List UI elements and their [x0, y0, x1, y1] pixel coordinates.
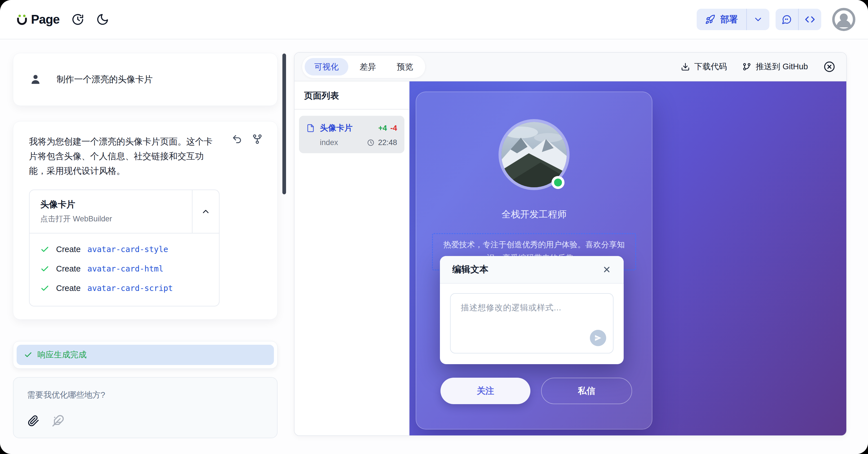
workspace-header: 可视化 差异 预览 下载代码 推送到 GitHub	[294, 53, 846, 82]
tab-diff[interactable]: 差异	[350, 58, 385, 75]
chat-bubble-icon	[782, 14, 792, 25]
check-icon	[40, 245, 49, 254]
task-file-link[interactable]: avatar-card-style	[87, 245, 168, 254]
profile-avatar[interactable]	[499, 119, 569, 190]
online-status-dot	[552, 176, 564, 189]
code-view-button[interactable]	[799, 9, 821, 30]
chat-panel: 制作一个漂亮的头像卡片 我将为您创建一个漂亮的头像卡片页面。这个卡片将包含头像、…	[0, 40, 294, 454]
deploy-label: 部署	[720, 13, 738, 25]
history-icon[interactable]	[71, 13, 84, 26]
deploy-dropdown-button[interactable]	[747, 9, 769, 30]
check-icon	[40, 284, 49, 293]
page-title: 头像卡片	[320, 123, 352, 134]
code-icon	[805, 14, 815, 25]
account-avatar[interactable]	[832, 8, 856, 31]
diff-removed: -4	[390, 124, 397, 132]
task-file-link[interactable]: avatar-card-script	[87, 284, 173, 293]
utility-button-group	[776, 9, 821, 30]
task-row: Create avatar-card-html	[40, 264, 208, 273]
tab-preview[interactable]: 预览	[387, 58, 423, 75]
task-row: Create avatar-card-script	[40, 284, 208, 293]
task-action: Create	[56, 284, 81, 293]
push-github-button[interactable]: 推送到 GitHub	[742, 61, 808, 72]
user-message-text: 制作一个漂亮的头像卡片	[57, 73, 153, 85]
collapse-button[interactable]	[192, 190, 219, 233]
logo-smiley-icon	[14, 12, 29, 27]
edit-instruction-input[interactable]	[450, 293, 614, 353]
close-circle-icon	[823, 61, 836, 73]
avatar-person-icon	[832, 8, 856, 31]
deploy-button[interactable]: 部署	[696, 9, 746, 30]
deploy-button-group: 部署	[696, 9, 769, 30]
check-icon	[40, 264, 49, 273]
follow-button[interactable]: 关注	[440, 378, 530, 404]
chevron-up-icon	[201, 207, 211, 216]
task-file-link[interactable]: avatar-card-html	[87, 264, 163, 273]
undo-icon[interactable]	[231, 134, 242, 144]
direct-message-button[interactable]: 私信	[541, 378, 632, 404]
push-github-label: 推送到 GitHub	[756, 61, 808, 72]
assistant-message-card: 我将为您创建一个漂亮的头像卡片页面。这个卡片将包含头像、个人信息、社交链接和交互…	[13, 121, 278, 320]
webbuilder-card: 头像卡片 点击打开 WebBuilder Create avatar-card-…	[29, 190, 220, 306]
enhance-feather-icon[interactable]	[52, 415, 64, 427]
edit-text-modal: 编辑文本	[440, 256, 624, 364]
user-message-card: 制作一个漂亮的头像卡片	[13, 53, 278, 106]
dark-mode-moon-icon[interactable]	[96, 13, 109, 26]
attach-paperclip-icon[interactable]	[28, 415, 39, 427]
view-tabs: 可视化 差异 预览	[302, 55, 426, 78]
webbuilder-card-open[interactable]: 头像卡片 点击打开 WebBuilder	[30, 190, 192, 233]
page-timestamp: 22:48	[378, 138, 397, 147]
tab-visualize[interactable]: 可视化	[305, 58, 348, 75]
download-code-label: 下载代码	[694, 61, 727, 72]
visual-preview-canvas[interactable]: 全栈开发工程师 热爱技术，专注于创造优秀的用户体验。喜欢分享知识，享受编码带来的…	[409, 82, 846, 435]
git-branch-icon	[742, 62, 751, 71]
avatar-profile-card: 全栈开发工程师 热爱技术，专注于创造优秀的用户体验。喜欢分享知识，享受编码带来的…	[416, 92, 652, 429]
chat-composer	[13, 377, 278, 438]
file-icon	[306, 123, 315, 133]
task-action: Create	[56, 245, 81, 254]
user-icon	[30, 73, 41, 86]
download-icon	[681, 62, 690, 71]
send-icon	[594, 334, 602, 342]
task-action: Create	[56, 264, 81, 273]
task-row: Create avatar-card-style	[40, 245, 208, 254]
profile-role-title: 全栈开发工程师	[416, 208, 652, 221]
send-button[interactable]	[590, 330, 606, 346]
diff-added: +4	[378, 124, 387, 132]
generation-status: 响应生成完成	[13, 341, 278, 369]
close-workspace-button[interactable]	[823, 61, 836, 73]
status-text: 响应生成完成	[37, 349, 87, 360]
check-icon	[24, 351, 32, 359]
webbuilder-card-subtitle: 点击打开 WebBuilder	[40, 214, 181, 224]
page-list-item[interactable]: 头像卡片 +4-4 index 22:48	[299, 116, 404, 153]
webbuilder-card-title: 头像卡片	[40, 199, 181, 210]
chat-scrollbar[interactable]	[282, 54, 286, 194]
feedback-chat-button[interactable]	[776, 9, 798, 30]
assistant-message-text: 我将为您创建一个漂亮的头像卡片页面。这个卡片将包含头像、个人信息、社交链接和交互…	[29, 134, 215, 178]
page-filename: index	[320, 138, 338, 147]
clock-icon	[367, 139, 375, 147]
chevron-down-icon	[753, 14, 763, 25]
workspace-panel: 可视化 差异 预览 下载代码 推送到 GitHub	[294, 52, 847, 436]
modal-close-icon[interactable]	[602, 265, 611, 274]
logo-text: Page	[31, 12, 59, 27]
page-list-header: 页面列表	[294, 82, 409, 109]
topbar: Page 部署	[0, 0, 868, 39]
page-list-sidebar: 页面列表 头像卡片 +4-4 index	[294, 82, 409, 435]
modal-title: 编辑文本	[452, 263, 488, 276]
main-content: 制作一个漂亮的头像卡片 我将为您创建一个漂亮的头像卡片页面。这个卡片将包含头像、…	[0, 40, 868, 454]
app-window: Page 部署	[0, 0, 868, 454]
download-code-button[interactable]: 下载代码	[681, 61, 727, 72]
fork-icon[interactable]	[252, 134, 262, 144]
rocket-icon	[705, 14, 715, 25]
app-logo[interactable]: Page	[14, 12, 59, 27]
